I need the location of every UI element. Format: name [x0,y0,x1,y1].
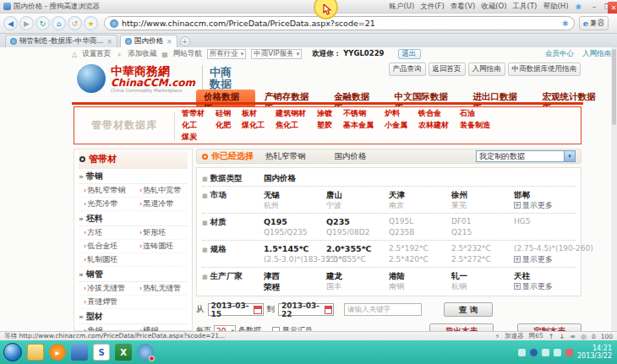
category-link[interactable]: 炉料 [385,108,407,119]
filter-option[interactable]: Q215 [451,227,513,238]
my-data-dropdown[interactable]: 我定制的数据 ▾ [476,150,576,162]
tray-icon[interactable] [565,349,573,356]
browser-tab[interactable]: 国内价格× [120,35,177,47]
filter-option[interactable]: 2.5*232*C [451,243,513,254]
filter-option[interactable]: DF01 [451,216,513,227]
home-icon[interactable]: ⌂ [52,16,66,30]
add-favorite-link[interactable]: 添加收藏 [128,49,156,59]
category-link[interactable]: 铁合金 [418,108,449,119]
show-more-link[interactable]: +显示更多 [514,281,576,292]
category-link[interactable]: 化肥 [216,120,231,131]
crumb-item[interactable]: 国内价格 [335,151,367,162]
filter-option[interactable]: 杭钢 [451,281,513,292]
sogou-browser-icon[interactable]: S [93,344,110,361]
filter-option[interactable]: 国丰 [326,281,388,292]
filter-option[interactable]: HG5 [514,216,576,227]
menu-item[interactable]: 账户(U) [389,2,414,12]
filter-option[interactable]: 1.5*145*C [264,243,325,254]
site-nav-link[interactable]: 网站导航 [173,49,202,59]
taskbar-clock[interactable]: 14:21 2013/3/22 [577,345,614,360]
url-text[interactable]: http://www.chinaccm.com/PriceData/PriceD… [122,19,375,28]
sidebar-item[interactable]: ›槽钢 [139,325,192,331]
filter-option[interactable]: 津西 [264,270,325,281]
filter-option[interactable]: 天津 [389,189,450,200]
filter-option[interactable]: 荣程 [264,281,325,292]
category-link[interactable]: 农林建材 [418,120,449,131]
search-button[interactable]: 查 询 [444,302,493,317]
filter-option[interactable]: Q235B [389,227,450,238]
filter-option[interactable]: 无锡 [264,189,325,200]
filter-option[interactable]: Q195/Q235 [264,227,325,238]
tray-icon[interactable] [530,349,538,356]
favorites-star-icon[interactable]: ★ [84,16,98,30]
network-speed-label[interactable]: 网65 [529,332,543,340]
quick-link-button[interactable]: 中商数据库使用指南 [508,62,582,76]
filter-option[interactable]: 南钢 [389,281,450,292]
date-to-input[interactable]: 2013-03-22 [278,303,334,316]
skin-icon[interactable]: ❀ [575,3,582,11]
filter-option[interactable]: 2.0*355*C [326,243,388,254]
sidebar-section-header[interactable]: »带钢 [79,169,188,184]
refresh-icon[interactable]: ↻ [35,16,50,30]
show-more-link[interactable]: +显示更多 [514,254,576,265]
filter-option[interactable]: 邯郸 [514,189,576,200]
filter-option[interactable]: 徐州 [451,189,513,200]
show-more-link[interactable]: +显示更多 [514,200,576,211]
explorer-icon[interactable] [27,344,44,361]
page-scrollbar[interactable] [611,47,617,331]
zoom-level[interactable]: 100 [601,333,613,340]
eye-icon[interactable]: ◎ [581,333,587,340]
sidebar-item[interactable]: ›矩形坯 [139,227,192,238]
app-window-icon[interactable] [71,344,88,361]
sidebar-section-header[interactable]: »坯料 [79,211,188,226]
address-bar[interactable]: http://www.chinaccm.com/PriceData/PriceD… [104,16,575,30]
filter-option[interactable]: 莱芜 [451,200,513,211]
join-guide-link[interactable]: 入网指南 [582,49,611,59]
menu-item[interactable]: 查看(V) [450,2,475,12]
forward-icon[interactable]: ▶ [19,16,34,30]
menu-item[interactable]: 工具(T) [513,2,538,12]
sidebar-item[interactable]: ›热轧无缝管 [139,283,192,294]
tab-close-icon[interactable]: × [167,38,172,46]
filter-option[interactable]: Q235 [326,216,388,227]
sidebar-section-header[interactable]: »型材 [79,309,188,324]
category-link[interactable]: 建筑钢材 [276,108,306,119]
filter-option[interactable]: Q195/08D2 [326,227,388,238]
category-link[interactable]: 焦化工 [276,120,306,131]
category-link[interactable]: 基本金属 [343,120,374,131]
date-from-input[interactable]: 2013-03-15 [208,303,264,316]
tray-icon[interactable] [518,349,526,356]
calendar-icon[interactable] [325,306,332,314]
crumb-item[interactable]: 热轧窄带钢 [265,151,306,162]
scrollbar-thumb[interactable] [612,49,616,125]
category-link[interactable]: 装备制造 [460,120,490,131]
per-page-select[interactable]: 20 ▾ [214,325,236,331]
logout-button[interactable]: 退出 [398,49,421,59]
filter-option[interactable]: 2.5*355*C [326,254,388,265]
globe-app-icon[interactable] [137,344,154,361]
shield-count[interactable]: 0 [592,333,596,340]
keyword-input[interactable]: 请输入关键字 [344,303,422,316]
category-link[interactable]: 管带材 [182,108,205,119]
menu-item[interactable]: 文件(F) [420,2,445,12]
filter-option[interactable]: 2.5*192*C [389,243,450,254]
excel-icon[interactable]: X [115,344,132,361]
filter-option[interactable]: 南京 [389,200,450,211]
new-tab-button[interactable]: + [180,36,190,46]
sidebar-item[interactable]: ›方坯 [84,227,139,238]
tab-close-icon[interactable]: × [106,38,112,46]
sidebar-item[interactable]: ›连铸圆坯 [139,241,192,252]
category-link[interactable]: 煤炭 [182,132,205,143]
set-home-link[interactable]: 设置首页 [82,49,111,59]
menu-item[interactable]: 帮助(H) [543,2,568,12]
sidebar-item[interactable]: ›冷拔无缝管 [84,283,139,294]
member-center-link[interactable]: 会员中心 [545,49,574,59]
category-link[interactable]: 煤化工 [242,120,265,131]
menu-lines-icon[interactable]: ≡ [570,333,576,340]
filter-option[interactable]: Q195L [389,216,450,227]
sidebar-item[interactable]: ›直缝焊管 [84,296,139,307]
filter-option[interactable]: 天柱 [514,270,576,281]
tray-icon[interactable] [542,349,549,356]
compatibility-mode-button[interactable]: e 兼容 [579,16,609,30]
sidebar-item[interactable]: ›低合金坯 [84,241,139,252]
